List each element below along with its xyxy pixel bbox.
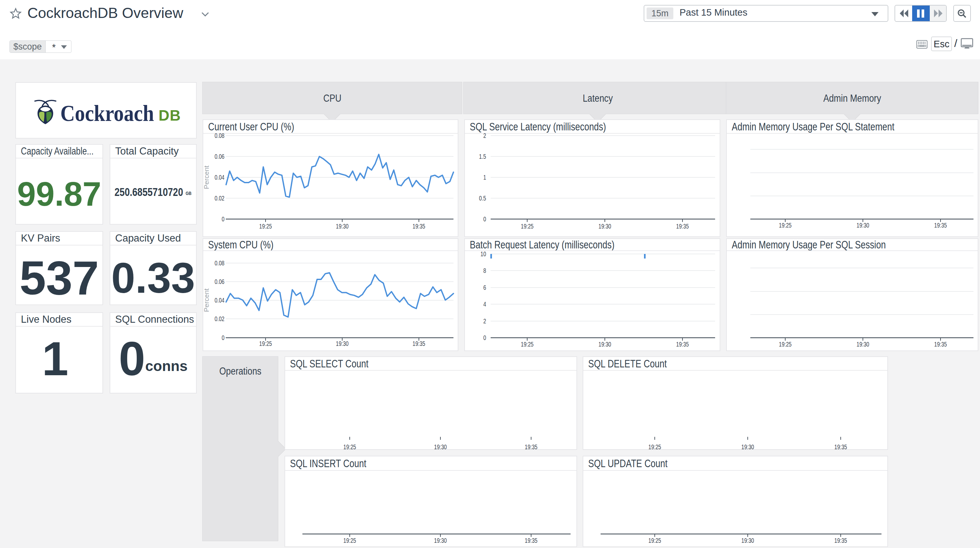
svg-text:0: 0 bbox=[483, 334, 486, 342]
svg-text:19:30: 19:30 bbox=[741, 537, 754, 544]
svg-text:19:30: 19:30 bbox=[434, 537, 447, 544]
svg-text:19:35: 19:35 bbox=[835, 537, 847, 544]
svg-text:19:25: 19:25 bbox=[521, 341, 534, 348]
svg-text:0.02: 0.02 bbox=[215, 195, 224, 202]
svg-text:19:25: 19:25 bbox=[344, 537, 356, 544]
svg-text:19:30: 19:30 bbox=[434, 443, 447, 449]
svg-text:0.04: 0.04 bbox=[215, 174, 224, 181]
svg-text:19:35: 19:35 bbox=[676, 222, 689, 230]
svg-text:0: 0 bbox=[483, 216, 486, 222]
svg-text:19:30: 19:30 bbox=[336, 222, 349, 230]
svg-text:19:35: 19:35 bbox=[835, 443, 847, 449]
svg-text:0: 0 bbox=[221, 216, 224, 222]
svg-text:19:25: 19:25 bbox=[779, 341, 792, 348]
svg-text:19:25: 19:25 bbox=[344, 443, 356, 449]
svg-text:1: 1 bbox=[483, 174, 486, 181]
svg-text:0.5: 0.5 bbox=[479, 195, 486, 202]
svg-text:19:25: 19:25 bbox=[259, 222, 272, 230]
svg-text:19:25: 19:25 bbox=[649, 443, 661, 449]
svg-text:0.04: 0.04 bbox=[215, 297, 224, 304]
svg-text:19:30: 19:30 bbox=[857, 222, 869, 229]
svg-text:2: 2 bbox=[483, 318, 486, 325]
svg-text:19:25: 19:25 bbox=[259, 340, 272, 347]
svg-text:2: 2 bbox=[483, 132, 486, 139]
svg-text:Percent: Percent bbox=[203, 165, 210, 189]
svg-text:19:35: 19:35 bbox=[525, 443, 538, 449]
svg-text:Cockroach: Cockroach bbox=[60, 101, 154, 126]
svg-text:0.06: 0.06 bbox=[215, 153, 224, 160]
svg-text:0.08: 0.08 bbox=[215, 132, 224, 139]
svg-text:10: 10 bbox=[480, 250, 486, 257]
svg-text:19:30: 19:30 bbox=[857, 341, 869, 348]
svg-text:DB: DB bbox=[159, 107, 181, 124]
svg-text:6: 6 bbox=[483, 284, 486, 291]
svg-text:0: 0 bbox=[221, 334, 224, 342]
svg-text:19:30: 19:30 bbox=[599, 222, 611, 230]
svg-text:19:35: 19:35 bbox=[934, 222, 947, 229]
svg-text:19:35: 19:35 bbox=[525, 537, 538, 544]
svg-text:Percent: Percent bbox=[203, 289, 210, 312]
svg-text:19:30: 19:30 bbox=[599, 341, 611, 348]
svg-text:19:35: 19:35 bbox=[413, 340, 425, 347]
svg-text:0.08: 0.08 bbox=[215, 259, 224, 267]
svg-text:19:30: 19:30 bbox=[336, 340, 349, 347]
svg-text:8: 8 bbox=[483, 267, 486, 274]
svg-text:0.02: 0.02 bbox=[215, 315, 224, 322]
svg-text:4: 4 bbox=[483, 300, 486, 308]
svg-text:19:35: 19:35 bbox=[413, 222, 425, 230]
svg-text:0.06: 0.06 bbox=[215, 278, 224, 285]
svg-text:19:35: 19:35 bbox=[676, 341, 689, 348]
svg-text:19:30: 19:30 bbox=[741, 443, 754, 449]
svg-text:19:35: 19:35 bbox=[934, 341, 947, 348]
svg-text:19:25: 19:25 bbox=[649, 537, 661, 544]
svg-text:19:25: 19:25 bbox=[521, 222, 534, 230]
svg-text:19:25: 19:25 bbox=[779, 222, 792, 229]
svg-text:1.5: 1.5 bbox=[479, 153, 486, 160]
